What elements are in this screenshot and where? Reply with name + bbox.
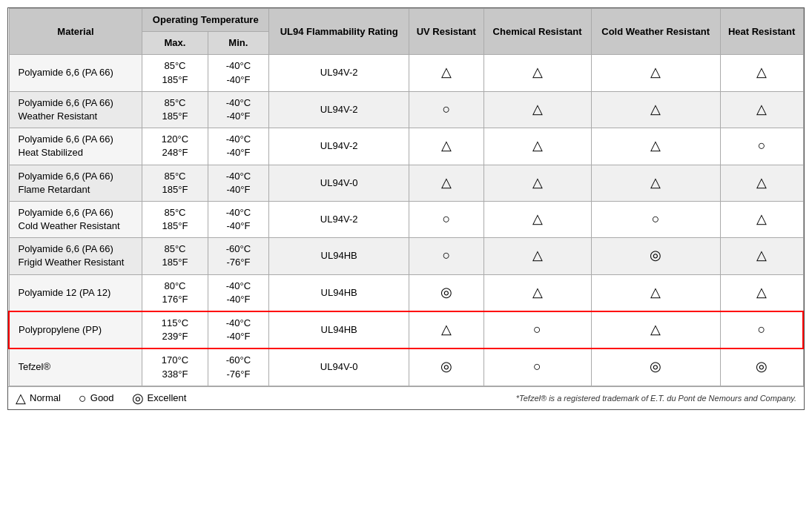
chemical-cell: △ [483,165,591,201]
cold-weather-cell: △ [591,311,720,348]
ul94-cell: UL94V-0 [269,165,409,201]
uv-cell: △ [409,311,483,348]
max-temp-cell: 115°C 239°F [142,311,208,348]
max-temp-cell: 80°C 176°F [142,274,208,311]
cold-weather-cell: △ [591,55,720,91]
ul94-cell: UL94V-2 [269,91,409,128]
chemical-cell: △ [483,238,591,274]
max-temp-cell: 170°C 338°F [142,348,208,386]
double-circle-symbol: ◎ [132,392,144,405]
material-cell: Tefzel® [9,348,142,386]
min-temp-cell: -40°C -40°F [208,201,269,237]
material-cell: Polyamide 6,6 (PA 66) Weather Resistant [9,91,142,128]
material-cell: Polyamide 6,6 (PA 66) Frigid Weather Res… [9,238,142,274]
max-temp-cell: 85°C 185°F [142,91,208,128]
uv-cell: △ [409,128,483,165]
uv-cell: ○ [409,201,483,237]
table-row: Polyamide 6,6 (PA 66) Heat Stabilized120… [9,128,803,165]
uv-cell: ◎ [409,274,483,311]
ul94-cell: UL94V-2 [269,128,409,165]
material-cell: Polyamide 12 (PA 12) [9,274,142,311]
heat-cell: ○ [720,311,803,348]
material-cell: Polyamide 6,6 (PA 66) [9,55,142,91]
legend-row: △ Normal ○ Good ◎ Excellent *Tefzel® is … [8,386,804,409]
ul94-cell: UL94HB [269,274,409,311]
heat-cell: ◎ [720,348,803,386]
min-temp-cell: -60°C -76°F [208,238,269,274]
heat-cell: ○ [720,128,803,165]
legend-circle: ○ Good [79,392,114,405]
legend-items: △ Normal ○ Good ◎ Excellent [16,392,186,405]
cold-weather-cell: ◎ [591,348,720,386]
min-temp-cell: -40°C -40°F [208,274,269,311]
header-heat: Heat Resistant [720,9,803,55]
table-row: Polyamide 6,6 (PA 66) Flame Retardant85°… [9,165,803,201]
heat-cell: △ [720,201,803,237]
ul94-cell: UL94V-2 [269,55,409,91]
heat-cell: △ [720,165,803,201]
header-uv: UV Resistant [409,9,483,55]
legend-excellent-label: Excellent [148,392,187,403]
max-temp-cell: 85°C 185°F [142,238,208,274]
heat-cell: △ [720,55,803,91]
table-row: Tefzel®170°C 338°F-60°C -76°FUL94V-0◎○◎◎ [9,348,803,386]
chemical-cell: △ [483,55,591,91]
min-temp-cell: -40°C -40°F [208,55,269,91]
chemical-cell: △ [483,91,591,128]
chemical-cell: △ [483,128,591,165]
material-cell: Polypropylene (PP) [9,311,142,348]
header-max: Max. [142,32,208,55]
legend-double-circle: ◎ Excellent [132,392,187,405]
legend-normal-label: Normal [30,392,61,403]
ul94-cell: UL94HB [269,311,409,348]
material-cell: Polyamide 6,6 (PA 66) Heat Stabilized [9,128,142,165]
legend-triangle: △ Normal [16,392,61,405]
header-chemical: Chemical Resistant [483,9,591,55]
materials-table: Material Operating Temperature UL94 Flam… [8,8,804,386]
chemical-cell: △ [483,274,591,311]
chemical-cell: △ [483,201,591,237]
heat-cell: △ [720,91,803,128]
max-temp-cell: 85°C 185°F [142,55,208,91]
material-cell: Polyamide 6,6 (PA 66) Cold Weather Resis… [9,201,142,237]
legend-good-label: Good [90,392,114,403]
uv-cell: ◎ [409,348,483,386]
cold-weather-cell: △ [591,128,720,165]
triangle-symbol: △ [16,392,26,405]
uv-cell: △ [409,55,483,91]
uv-cell: ○ [409,238,483,274]
table-row: Polyamide 6,6 (PA 66)85°C 185°F-40°C -40… [9,55,803,91]
cold-weather-cell: △ [591,91,720,128]
header-operating-temp: Operating Temperature [142,9,269,32]
heat-cell: △ [720,274,803,311]
min-temp-cell: -40°C -40°F [208,128,269,165]
ul94-cell: UL94HB [269,238,409,274]
header-ul94: UL94 Flammability Rating [269,9,409,55]
ul94-cell: UL94V-0 [269,348,409,386]
min-temp-cell: -40°C -40°F [208,311,269,348]
header-min: Min. [208,32,269,55]
chemical-cell: ○ [483,348,591,386]
min-temp-cell: -40°C -40°F [208,165,269,201]
table-row: Polyamide 6,6 (PA 66) Frigid Weather Res… [9,238,803,274]
table-row: Polyamide 12 (PA 12)80°C 176°F-40°C -40°… [9,274,803,311]
table-row: Polyamide 6,6 (PA 66) Weather Resistant8… [9,91,803,128]
ul94-cell: UL94V-2 [269,201,409,237]
max-temp-cell: 85°C 185°F [142,201,208,237]
min-temp-cell: -60°C -76°F [208,348,269,386]
max-temp-cell: 120°C 248°F [142,128,208,165]
circle-symbol: ○ [79,392,87,405]
heat-cell: △ [720,238,803,274]
header-material: Material [9,9,142,55]
cold-weather-cell: △ [591,165,720,201]
footnote: *Tefzel® is a registered trademark of E.… [516,394,796,403]
material-cell: Polyamide 6,6 (PA 66) Flame Retardant [9,165,142,201]
table-row: Polyamide 6,6 (PA 66) Cold Weather Resis… [9,201,803,237]
cold-weather-cell: ◎ [591,238,720,274]
cold-weather-cell: ○ [591,201,720,237]
min-temp-cell: -40°C -40°F [208,91,269,128]
max-temp-cell: 85°C 185°F [142,165,208,201]
uv-cell: △ [409,165,483,201]
chemical-cell: ○ [483,311,591,348]
uv-cell: ○ [409,91,483,128]
